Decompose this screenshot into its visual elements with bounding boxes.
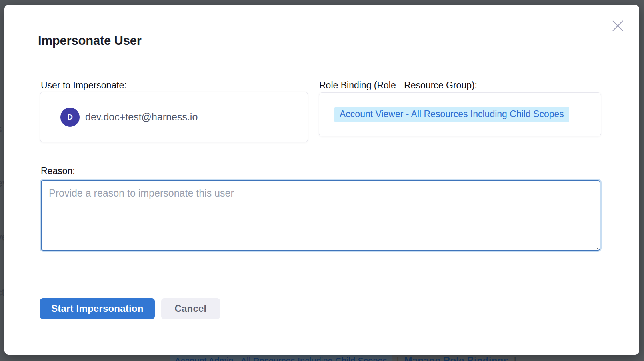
reason-label: Reason: xyxy=(41,166,75,176)
close-button[interactable] xyxy=(606,14,629,37)
dialog-title: Impersonate User xyxy=(38,34,142,48)
user-email: dev.doc+test@harness.io xyxy=(85,111,198,123)
cancel-button[interactable]: Cancel xyxy=(161,298,220,319)
impersonate-user-dialog: Impersonate User User to Impersonate: D … xyxy=(4,5,639,355)
background-role-binding-row: Account Admin - All Resources Including … xyxy=(170,354,516,361)
background-text-fragment: s xyxy=(0,123,2,135)
dialog-actions: Start Impersonation Cancel xyxy=(40,298,220,319)
divider: | xyxy=(514,354,516,361)
background-text-fragment: ct xyxy=(0,287,4,298)
background-role-binding-tag: Account Admin - All Resources Including … xyxy=(170,354,392,361)
role-binding-label: Role Binding (Role - Resource Group): xyxy=(319,80,477,91)
manage-role-bindings-link: Manage Role Bindings xyxy=(404,354,508,361)
close-icon xyxy=(612,20,623,31)
divider: | xyxy=(397,354,399,361)
role-binding-tag: Account Viewer - All Resources Including… xyxy=(334,107,569,122)
role-binding-card: Account Viewer - All Resources Including… xyxy=(319,92,601,136)
user-avatar: D xyxy=(60,108,80,127)
reason-input[interactable] xyxy=(41,180,600,251)
start-impersonation-button[interactable]: Start Impersonation xyxy=(40,298,155,319)
user-card: D dev.doc+test@harness.io xyxy=(40,92,308,142)
user-to-impersonate-label: User to Impersonate: xyxy=(41,80,127,91)
